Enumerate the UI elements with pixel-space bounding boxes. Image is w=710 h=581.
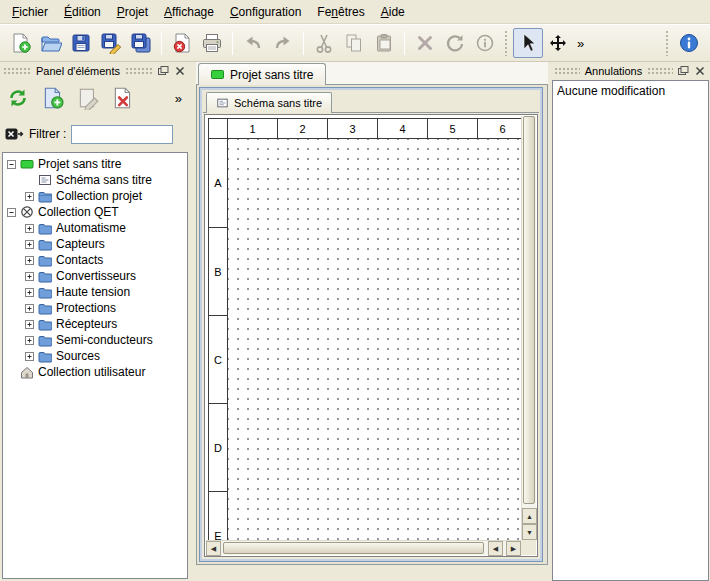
cut-button[interactable] bbox=[309, 28, 339, 58]
menu-affichage[interactable]: Affichage bbox=[156, 1, 222, 23]
undo-button[interactable] bbox=[238, 28, 268, 58]
expand-expander-icon[interactable] bbox=[25, 352, 34, 361]
print-button[interactable] bbox=[197, 28, 227, 58]
scroll-down-button[interactable]: ▼ bbox=[522, 524, 537, 540]
toolbar-handle[interactable] bbox=[665, 30, 670, 56]
paste-button[interactable] bbox=[369, 28, 399, 58]
cut-icon bbox=[313, 32, 335, 54]
menu-configuration[interactable]: Configuration bbox=[222, 1, 309, 23]
menu-fichier[interactable]: Fichier bbox=[4, 1, 56, 23]
tree-item-convertisseurs[interactable]: Convertisseurs bbox=[3, 268, 187, 284]
tree-item-collection-utilisateur[interactable]: Collection utilisateur bbox=[3, 364, 187, 380]
expand-expander-icon[interactable] bbox=[25, 256, 34, 265]
undo-dock: Annulations Aucune modification bbox=[551, 62, 710, 581]
new-document-button[interactable] bbox=[6, 28, 36, 58]
save-button[interactable] bbox=[66, 28, 96, 58]
tree-item-projet-sans-titre[interactable]: Projet sans titre bbox=[3, 156, 187, 172]
tab-schema-sans-titre[interactable]: Schéma sans titre bbox=[206, 92, 332, 113]
expand-expander-icon[interactable] bbox=[25, 224, 34, 233]
horizontal-scrollbar[interactable]: ◀ ◀ ▶ bbox=[206, 540, 521, 555]
vertical-scrollbar-thumb[interactable] bbox=[523, 116, 535, 504]
tree-item-protections[interactable]: Protections bbox=[3, 300, 187, 316]
dock-grip[interactable] bbox=[554, 67, 580, 75]
diagram-icon bbox=[216, 97, 229, 109]
scroll-left-button-2[interactable]: ◀ bbox=[488, 541, 503, 556]
edit-element-button[interactable] bbox=[74, 84, 102, 112]
tree-item-sources[interactable]: Sources bbox=[3, 348, 187, 364]
toolbar-overflow-button[interactable]: » bbox=[573, 34, 588, 53]
collapse-expander-icon[interactable] bbox=[7, 160, 16, 169]
rotate-button[interactable] bbox=[440, 28, 470, 58]
scroll-left-button[interactable]: ◀ bbox=[206, 541, 221, 556]
tab-projet-sans-titre[interactable]: Projet sans titre bbox=[198, 63, 326, 85]
menu-aide[interactable]: Aide bbox=[373, 1, 413, 23]
save-as-button[interactable] bbox=[96, 28, 126, 58]
elements-tree[interactable]: Projet sans titre Schéma sans titre Coll… bbox=[2, 152, 188, 579]
delete-element-button[interactable] bbox=[109, 84, 137, 112]
menu-edition[interactable]: Édition bbox=[56, 1, 109, 23]
new-element-button[interactable] bbox=[39, 84, 67, 112]
delete-button[interactable] bbox=[410, 28, 440, 58]
elements-dock-titlebar[interactable]: Panel d'éléments bbox=[0, 62, 190, 80]
reload-collections-button[interactable] bbox=[4, 84, 32, 112]
dock-grip[interactable] bbox=[647, 67, 673, 75]
tree-item-schema-sans-titre[interactable]: Schéma sans titre bbox=[3, 172, 187, 188]
undo-history-list[interactable]: Aucune modification bbox=[552, 80, 709, 581]
select-tool-button[interactable] bbox=[513, 28, 543, 58]
scroll-right-button[interactable]: ▶ bbox=[506, 541, 521, 556]
open-document-button[interactable] bbox=[36, 28, 66, 58]
expand-expander-icon[interactable] bbox=[25, 240, 34, 249]
close-dock-button[interactable] bbox=[173, 64, 187, 78]
expand-expander-icon[interactable] bbox=[25, 272, 34, 281]
tree-item-capteurs[interactable]: Capteurs bbox=[3, 236, 187, 252]
save-all-button[interactable] bbox=[126, 28, 156, 58]
copy-button[interactable] bbox=[339, 28, 369, 58]
dock-grip[interactable] bbox=[3, 67, 31, 75]
menu-projet[interactable]: Projet bbox=[109, 1, 156, 23]
undo-empty-item[interactable]: Aucune modification bbox=[557, 84, 704, 98]
dock-grip[interactable] bbox=[125, 67, 153, 75]
close-document-button[interactable] bbox=[167, 28, 197, 58]
float-dock-button[interactable] bbox=[676, 64, 690, 78]
arrow-left-icon: ◀ bbox=[493, 545, 498, 553]
rotate-icon bbox=[444, 32, 466, 54]
pan-tool-button[interactable] bbox=[543, 28, 573, 58]
scroll-up-button[interactable]: ▲ bbox=[522, 508, 537, 524]
mdi-area: Projet sans titre Schéma sans titre 1 2 … bbox=[196, 62, 548, 581]
tree-item-collection-projet[interactable]: Collection projet bbox=[3, 188, 187, 204]
horizontal-scrollbar-thumb[interactable] bbox=[223, 542, 484, 554]
expand-expander-icon[interactable] bbox=[25, 192, 34, 201]
paste-icon bbox=[373, 32, 395, 54]
element-info-button[interactable] bbox=[470, 28, 500, 58]
expand-expander-icon[interactable] bbox=[25, 288, 34, 297]
save-as-icon bbox=[100, 32, 122, 54]
redo-button[interactable] bbox=[268, 28, 298, 58]
edit-element-icon bbox=[76, 86, 100, 110]
elements-dock-title: Panel d'éléments bbox=[34, 65, 122, 77]
expand-expander-icon[interactable] bbox=[25, 336, 34, 345]
vertical-scrollbar[interactable]: ▲ ▼ bbox=[521, 116, 536, 540]
panel-toolbar-overflow-button[interactable]: » bbox=[171, 89, 186, 108]
tree-item-semi-conducteurs[interactable]: Semi-conducteurs bbox=[3, 332, 187, 348]
tree-item-automatisme[interactable]: Automatisme bbox=[3, 220, 187, 236]
menu-fenetres[interactable]: Fenêtres bbox=[309, 1, 372, 23]
clear-filter-button[interactable] bbox=[4, 124, 24, 144]
toolbar-handle[interactable] bbox=[504, 30, 509, 56]
undo-dock-titlebar[interactable]: Annulations bbox=[551, 62, 710, 80]
tree-item-contacts[interactable]: Contacts bbox=[3, 252, 187, 268]
tree-item-haute-tension[interactable]: Haute tension bbox=[3, 284, 187, 300]
float-dock-button[interactable] bbox=[156, 64, 170, 78]
tree-item-label: Semi-conducteurs bbox=[56, 333, 153, 347]
collapse-expander-icon[interactable] bbox=[7, 208, 16, 217]
folder-icon bbox=[38, 333, 52, 347]
column-header: 1 bbox=[227, 119, 277, 139]
about-button[interactable] bbox=[674, 28, 704, 58]
close-dock-button[interactable] bbox=[693, 64, 707, 78]
drawing-grid-area[interactable] bbox=[227, 139, 521, 540]
expand-expander-icon[interactable] bbox=[25, 320, 34, 329]
filter-input[interactable] bbox=[71, 125, 173, 144]
diagram-canvas[interactable]: 1 2 3 4 5 6 A B C D E bbox=[206, 116, 521, 540]
tree-item-collection-qet[interactable]: Collection QET bbox=[3, 204, 187, 220]
expand-expander-icon[interactable] bbox=[25, 304, 34, 313]
tree-item-recepteurs[interactable]: Récepteurs bbox=[3, 316, 187, 332]
